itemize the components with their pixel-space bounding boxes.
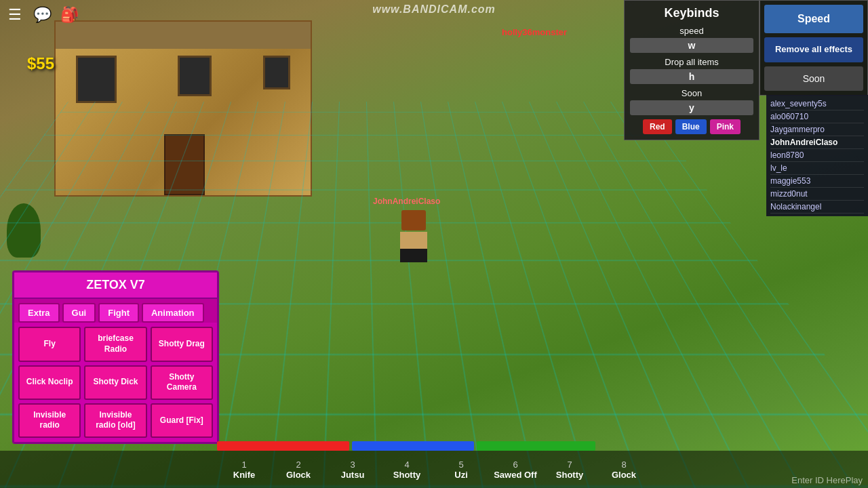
keybinds-title: Keybinds: [630, 6, 753, 20]
remove-effects-button[interactable]: Remove all effects: [764, 37, 863, 62]
zetox-panel: ZETOX V7 Extra Gui Fight Animation Fly b…: [12, 270, 219, 444]
drop-keybind-label: Drop all items: [630, 57, 753, 67]
soon-keybind-key[interactable]: y: [630, 100, 753, 115]
player-name-tag: JohnAndreiClaso: [373, 197, 440, 206]
weapon-slot-4[interactable]: 4 Shotty: [380, 457, 434, 483]
weapon-slot-1[interactable]: 1 Knife: [217, 457, 271, 483]
weapon-slot-num-2: 2: [271, 460, 326, 470]
player-shirt: [400, 232, 427, 249]
weapon-slot-num-6: 6: [488, 460, 542, 470]
zetox-btn-briefcase-radio[interactable]: briefcase Radio: [84, 327, 146, 361]
weapon-slot-num-3: 3: [326, 460, 380, 470]
weapon-slot-num-5: 5: [434, 460, 488, 470]
blue-color-button[interactable]: Blue: [675, 119, 707, 134]
soon-keybind-row: Soon y: [630, 88, 753, 115]
weapon-slot-num-7: 7: [542, 460, 597, 470]
weapon-slot-name-3: Jutsu: [326, 470, 380, 480]
zetox-btn-invisible-radio-old[interactable]: Invisible radio [old]: [84, 403, 146, 438]
weapon-slot-2[interactable]: 2 Glock: [271, 457, 326, 483]
building-window-1: [76, 56, 117, 103]
zetox-btn-shotty-dick[interactable]: Shotty Dick: [84, 365, 146, 400]
player-pants: [400, 249, 427, 262]
weapon-slot-name-5: Uzi: [434, 470, 488, 480]
stats-bars: [217, 441, 595, 451]
soon-keybind-label: Soon: [630, 88, 753, 98]
drop-keybind-key[interactable]: h: [630, 69, 753, 84]
top-icons-bar: ☰ 💬 🎒: [5, 5, 79, 24]
speed-keybind-label: speed: [630, 26, 753, 36]
player-list-item: lv_le: [770, 162, 864, 175]
inventory-icon[interactable]: 🎒: [60, 5, 79, 24]
weapon-slot-8[interactable]: 8 Glock: [597, 457, 651, 483]
zetox-btn-shotty-drag[interactable]: Shotty Drag: [151, 327, 213, 361]
speed-button[interactable]: Speed: [764, 5, 863, 33]
zetox-btn-guard-fix[interactable]: Guard [Fix]: [151, 403, 213, 438]
health-bar: [217, 441, 349, 451]
zetox-buttons-grid: Fly briefcase Radio Shotty Drag Click No…: [14, 323, 217, 442]
player-list-item-self: JohnAndreiClaso: [770, 136, 864, 149]
money-display: $55: [27, 54, 54, 73]
weapon-slot-name-4: Shotty: [380, 470, 434, 480]
player-character: JohnAndreiClaso: [400, 210, 427, 262]
weapon-slots-bar: 1 Knife 2 Glock 3 Jutsu 4 Shotty 5 Uzi 6…: [0, 451, 868, 488]
zetox-tab-gui[interactable]: Gui: [62, 303, 96, 323]
player-list-item: leon8780: [770, 149, 864, 162]
weapon-slot-6[interactable]: 6 Sawed Off: [488, 457, 542, 483]
player-head: [401, 210, 426, 230]
hamburger-menu-icon[interactable]: ☰: [5, 5, 24, 24]
zetox-btn-fly[interactable]: Fly: [18, 327, 81, 361]
chat-icon[interactable]: 💬: [33, 5, 52, 24]
zetox-btn-click-noclip[interactable]: Click Noclip: [18, 365, 81, 400]
weapon-slot-num-8: 8: [597, 460, 651, 470]
right-speed-panel: Speed Remove all effects Soon: [760, 0, 868, 96]
enter-id-label: Enter ID HerePlay: [791, 475, 863, 485]
building-window-2: [178, 56, 212, 96]
weapon-slot-name-1: Knife: [217, 470, 271, 480]
weapon-slot-name-2: Glock: [271, 470, 326, 480]
color-buttons-row: Red Blue Pink: [630, 119, 753, 134]
zetox-tab-fight[interactable]: Fight: [98, 303, 139, 323]
building-roof: [56, 22, 311, 49]
building-window-3: [263, 56, 290, 89]
player-list-item: maggie553: [770, 175, 864, 188]
weapon-slot-num-1: 1: [217, 460, 271, 470]
player-list-item: Jaygammerpro: [770, 123, 864, 136]
keybinds-panel: Keybinds speed w Drop all items h Soon y…: [624, 0, 760, 140]
red-color-button[interactable]: Red: [643, 119, 672, 134]
energy-bar: [352, 441, 474, 451]
soon-button[interactable]: Soon: [764, 66, 863, 91]
enemy-name-tag: holly36monster: [502, 27, 567, 37]
drop-keybind-row: Drop all items h: [630, 57, 753, 84]
weapon-slot-name-6: Sawed Off: [488, 470, 542, 480]
weapon-slot-num-4: 4: [380, 460, 434, 470]
zetox-tab-animation[interactable]: Animation: [142, 303, 204, 323]
weapon-slot-3[interactable]: 3 Jutsu: [326, 457, 380, 483]
weapon-slot-5[interactable]: 5 Uzi: [434, 457, 488, 483]
weapon-slot-7[interactable]: 7 Shotty: [542, 457, 597, 483]
zetox-btn-invisible-radio[interactable]: Invisible radio: [18, 403, 81, 438]
zetox-tab-extra[interactable]: Extra: [18, 303, 60, 323]
zetox-title: ZETOX V7: [14, 272, 217, 299]
pink-color-button[interactable]: Pink: [710, 119, 741, 134]
player-list: alex_seventy5s alo060710 Jaygammerpro Jo…: [766, 95, 868, 216]
player-list-item: alo060710: [770, 110, 864, 123]
player-list-item: alex_seventy5s: [770, 98, 864, 110]
speed-keybind-key[interactable]: w: [630, 38, 753, 53]
speed-keybind-row: speed w: [630, 26, 753, 53]
weapon-slot-name-7: Shotty: [542, 470, 597, 480]
stamina-bar: [477, 441, 595, 451]
weapon-slot-name-8: Glock: [597, 470, 651, 480]
zetox-btn-shotty-camera[interactable]: Shotty Camera: [151, 365, 213, 400]
zetox-tabs: Extra Gui Fight Animation: [14, 299, 217, 323]
player-list-item: Nolackinangel: [770, 201, 864, 214]
player-list-item: mizzd0nut: [770, 188, 864, 201]
bandicam-watermark: www.BANDICAM.com: [372, 3, 496, 16]
